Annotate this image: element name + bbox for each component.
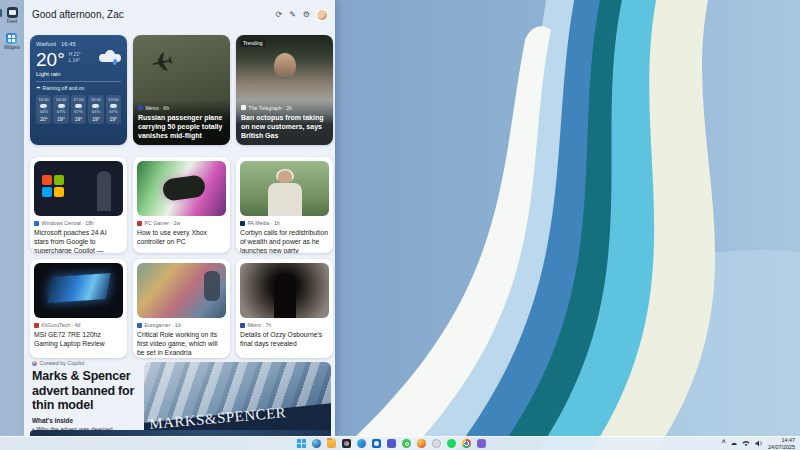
greeting-text: Good afternoon, Zac (32, 9, 124, 20)
news-image (137, 161, 226, 216)
profile-avatar[interactable] (317, 10, 327, 20)
copilot-icon (32, 361, 37, 366)
widgets-panel: Good afternoon, Zac ⟳ ✎ ⚙ Watford 16:45 … (24, 0, 335, 437)
airplane-image: ✈ (148, 45, 177, 81)
start-icon[interactable] (297, 439, 306, 448)
feed-icon (7, 7, 18, 18)
chrome-icon[interactable] (462, 439, 471, 448)
curated-story[interactable]: Curated by Copilot Marks & Spencer adver… (32, 360, 144, 433)
news-headline: Critical Role working on its first video… (137, 330, 226, 358)
news-card-plane[interactable]: ✈ Metro · 6h Russian passenger plane car… (133, 35, 230, 145)
rail-item-feed[interactable]: Feed (7, 7, 18, 24)
news-headline: Microsoft poaches 24 AI stars from Googl… (34, 228, 123, 253)
news-headline: Details of Ozzy Osbourne's final days re… (240, 330, 329, 348)
widgets-icon (6, 33, 17, 44)
curated-title: Marks & Spencer advert banned for thin m… (32, 369, 144, 413)
teams-icon[interactable] (387, 439, 396, 448)
news-card-microsoft[interactable]: Windows Central · 18h Microsoft poaches … (30, 157, 127, 253)
cloud-rain-icon (99, 50, 121, 63)
news-image (240, 263, 329, 318)
weather-location: Watford (36, 41, 56, 47)
file-explorer-icon[interactable] (327, 439, 336, 448)
news-headline: How to use every Xbox controller on PC (137, 228, 226, 246)
news-meta: The Telegraph · 2h (249, 105, 292, 111)
rain-icon (75, 104, 82, 108)
weather-condition: Light rain (36, 71, 121, 77)
rail-item-label: Widgets (4, 45, 20, 50)
taskbar-clock[interactable]: 14:47 24/07/2025 (768, 437, 795, 450)
news-card-ozzy[interactable]: Metro · 7h Details of Ozzy Osbourne's fi… (236, 259, 333, 358)
news-image (240, 161, 329, 216)
news-card-corbyn[interactable]: PA Media · 1h Corbyn calls for redistrib… (236, 157, 333, 253)
hourly-forecast: 15:00 44%20° 16:00 67%19° 17:00 67%19° 1… (36, 95, 121, 124)
news-image (34, 263, 123, 318)
hourly-slot: 16:00 67%19° (53, 95, 68, 124)
news-meta: PC Gamer · 2w (145, 220, 181, 226)
source-favicon (241, 105, 246, 110)
edit-icon[interactable]: ✎ (289, 11, 296, 19)
onedrive-icon[interactable]: ☁ (731, 440, 738, 447)
news-card-xbox[interactable]: PC Gamer · 2w How to use every Xbox cont… (133, 157, 230, 253)
divider (36, 81, 121, 82)
weather-high: H 21° (69, 52, 81, 57)
header-icons: ⟳ ✎ ⚙ (275, 10, 327, 20)
curated-story-image[interactable]: MARKS&SPENCER (144, 362, 331, 437)
taskbar-icons (297, 437, 486, 450)
news-headline: Ban octopus from taking on new customers… (241, 113, 328, 140)
curated-label: Curated by Copilot (40, 360, 85, 366)
news-card-critical-role[interactable]: Eurogamer · 1d Critical Role working on … (133, 259, 230, 358)
outlook-icon[interactable] (372, 439, 381, 448)
weather-time: 16:45 (61, 41, 76, 47)
desktop: Feed Widgets Good afternoon, Zac ⟳ ✎ ⚙ W… (0, 0, 800, 450)
steam-icon[interactable] (432, 439, 441, 448)
news-headline: Russian passenger plane carrying 50 peop… (138, 113, 225, 140)
chevron-up-icon[interactable]: ^ (722, 440, 726, 447)
whatsapp-icon[interactable] (402, 439, 411, 448)
source-favicon (34, 323, 39, 328)
source-favicon (137, 323, 142, 328)
microsoft-logo-icon (42, 175, 64, 197)
rail-item-label: Feed (7, 19, 17, 24)
wifi-icon[interactable] (742, 440, 750, 447)
clock-date: 24/07/2025 (768, 444, 795, 450)
source-favicon (240, 221, 245, 226)
edge-icon[interactable] (357, 439, 366, 448)
hourly-slot: 19:00 67%19° (106, 95, 121, 124)
rain-icon (58, 104, 65, 108)
hourly-slot: 17:00 67%19° (71, 95, 86, 124)
rain-icon (40, 104, 47, 108)
settings-icon[interactable]: ⚙ (303, 11, 310, 19)
hourly-slot: 18:00 63%19° (88, 95, 103, 124)
weather-widget[interactable]: Watford 16:45 20° H 21° L 14° Light rain… (30, 35, 127, 145)
rain-icon (92, 104, 99, 108)
news-meta: Metro · 7h (248, 322, 272, 328)
system-tray: ^ ☁ 14:47 24/07/2025 (722, 437, 795, 450)
source-favicon (137, 221, 142, 226)
news-meta: Windows Central · 18h (42, 220, 94, 226)
news-card-british-gas[interactable]: Trending The Telegraph · 2h Ban octopus … (236, 35, 333, 145)
copilot-taskbar-icon[interactable] (312, 439, 321, 448)
source-favicon (34, 221, 39, 226)
news-card-msi[interactable]: KitGuruTech · 4d MSI GE72 7RE 120hz Gami… (30, 259, 127, 358)
weather-alert: Raining off and on (42, 85, 84, 91)
news-meta: Eurogamer · 1d (145, 322, 181, 328)
refresh-icon[interactable]: ⟳ (275, 11, 282, 19)
photos-icon[interactable] (342, 439, 351, 448)
rail-item-widgets[interactable]: Widgets (4, 33, 20, 50)
news-image (34, 161, 123, 216)
firefox-icon[interactable] (417, 439, 426, 448)
news-meta: PA Media · 1h (248, 220, 280, 226)
portrait-image (274, 53, 296, 79)
weather-temp: 20° (36, 50, 65, 69)
news-meta: Metro · 6h (146, 105, 170, 111)
taskbar: ^ ☁ 14:47 24/07/2025 (0, 436, 800, 450)
news-headline: Corbyn calls for redistribution of wealt… (240, 228, 329, 253)
whats-inside-label: What's inside (32, 417, 144, 424)
volume-icon[interactable] (755, 440, 763, 447)
widgets-left-rail: Feed Widgets (0, 0, 24, 437)
source-favicon (240, 323, 245, 328)
selected-indicator (0, 9, 2, 17)
trending-badge: Trending (240, 39, 266, 47)
discord-icon[interactable] (477, 439, 486, 448)
spotify-icon[interactable] (447, 439, 456, 448)
